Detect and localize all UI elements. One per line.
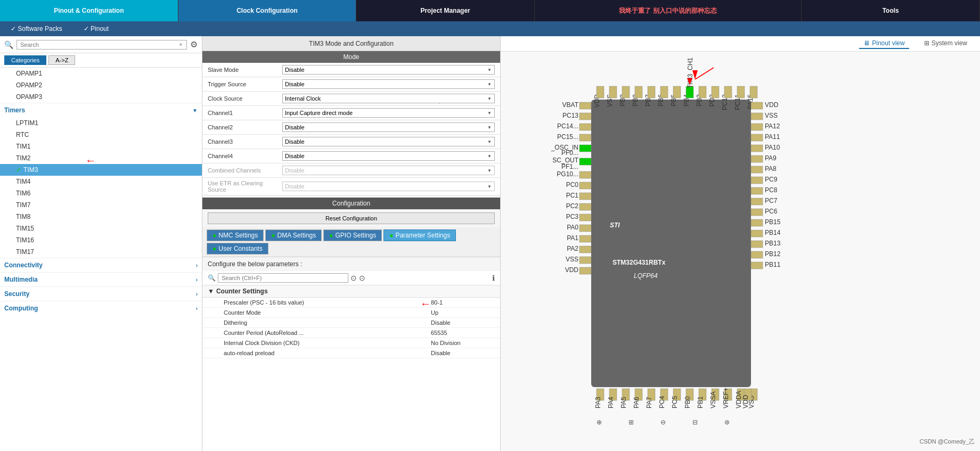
tim3-ch1-label: TIM3_CH1 <box>687 58 694 88</box>
svg-rect-9 <box>648 86 655 98</box>
sidebar-item-opamp3[interactable]: OPAMP3 <box>0 91 202 103</box>
svg-text:PF0...: PF0... <box>561 149 578 157</box>
search-box[interactable]: ▼ <box>17 40 187 50</box>
tab-a-to-z[interactable]: A->Z <box>48 55 75 65</box>
tab-chinese-text: 我终于重了 别入口中说的那种忘态 <box>535 0 802 21</box>
sidebar-item-tim7[interactable]: TIM7 <box>0 199 202 211</box>
svg-rect-3 <box>609 86 617 98</box>
sidebar-section-security[interactable]: Security › <box>0 286 202 301</box>
channel1-label: Channel1 <box>208 110 282 116</box>
tab-user-constants[interactable]: ● User Constants <box>207 243 268 255</box>
sidebar-tab-row: Categories A->Z <box>0 53 202 68</box>
sidebar-item-opamp1[interactable]: OPAMP1 <box>0 68 202 79</box>
svg-rect-39 <box>579 158 591 165</box>
channel2-select[interactable]: Disable <box>282 122 495 132</box>
trigger-source-select[interactable]: Disable <box>282 79 495 89</box>
sidebar-item-tim8[interactable]: TIM8 <box>0 211 202 223</box>
svg-text:PC6: PC6 <box>765 208 778 215</box>
right-panel-header: 🖥 Pinout view ⊞ System view <box>501 36 980 52</box>
sidebar-item-tim3[interactable]: ✓TIM3 <box>0 164 202 176</box>
sidebar-item-opamp2[interactable]: OPAMP2 <box>0 79 202 91</box>
sidebar-item-tim16[interactable]: TIM16 <box>0 234 202 246</box>
zoom-out-icon[interactable]: ⊖ <box>660 419 666 426</box>
pinout-view-btn[interactable]: 🖥 Pinout view <box>859 38 909 49</box>
tab-pinout-configuration[interactable]: Pinout & Configuration <box>0 0 178 21</box>
pinout-link[interactable]: ✓ Pinout <box>84 25 109 32</box>
trigger-source-row: Trigger Source Disable <box>202 77 500 92</box>
params-next-icon[interactable]: ⊙ <box>359 274 365 282</box>
sidebar-item-rtc[interactable]: RTC <box>0 129 202 141</box>
slave-mode-select-wrapper: Disable <box>282 65 495 75</box>
sidebar-section-connectivity[interactable]: Connectivity › <box>0 258 202 272</box>
sidebar-section-computing[interactable]: Computing › <box>0 301 202 315</box>
svg-text:VDD: VDD <box>565 266 579 274</box>
channel3-select[interactable]: Disable <box>282 137 495 146</box>
svg-rect-33 <box>579 134 591 141</box>
svg-rect-67 <box>751 134 763 141</box>
gear-icon[interactable]: ⚙ <box>190 39 198 50</box>
search-input[interactable] <box>20 42 178 48</box>
tab-dma-settings[interactable]: ● DMA Settings <box>265 229 322 241</box>
sidebar-section-timers[interactable]: Timers ▼ <box>0 103 202 117</box>
svg-text:VDD: VDD <box>765 101 779 109</box>
tab-categories[interactable]: Categories <box>4 55 46 65</box>
svg-rect-13 <box>673 86 681 98</box>
combined-channels-select-wrapper: Disable <box>282 166 495 175</box>
svg-rect-29 <box>579 113 591 120</box>
target-icon[interactable]: ⊛ <box>724 419 730 426</box>
channel2-row: Channel2 Disable <box>202 120 500 135</box>
sidebar-item-tim4[interactable]: TIM4 <box>0 176 202 187</box>
sidebar-item-tim17[interactable]: TIM17 <box>0 246 202 258</box>
config-tab-bar: ● NMC Settings ● DMA Settings ● GPIO Set… <box>202 227 500 257</box>
counter-settings-group[interactable]: ▼ Counter Settings <box>202 285 500 298</box>
slave-mode-label: Slave Mode <box>208 67 282 73</box>
software-packs-link[interactable]: ✓ Software Packs <box>11 25 62 32</box>
sidebar-item-tim2[interactable]: TIM2 <box>0 152 202 164</box>
channel1-select[interactable]: Input Capture direct mode <box>282 108 495 118</box>
sidebar-item-tim15[interactable]: TIM15 <box>0 223 202 234</box>
config-header: Configuration <box>202 198 500 209</box>
params-search-bar: 🔍 ⊙ ⊙ ℹ <box>202 271 500 285</box>
tab-clock-configuration[interactable]: Clock Configuration <box>178 0 357 21</box>
zoom-in-icon[interactable]: ⊕ <box>597 419 602 426</box>
expand-icon[interactable]: ⊞ <box>628 419 634 426</box>
tab-tools[interactable]: Tools <box>802 0 980 21</box>
move-icon[interactable]: ⊟ <box>692 419 698 426</box>
trigger-source-label: Trigger Source <box>208 81 282 87</box>
svg-rect-71 <box>751 155 763 162</box>
sidebar-item-lptim1[interactable]: LPTIM1 <box>0 117 202 129</box>
computing-arrow-icon: › <box>196 306 198 311</box>
params-search-input[interactable] <box>218 273 348 283</box>
use-etr-select[interactable]: Disable <box>282 182 495 191</box>
sidebar-section-multimedia[interactable]: Multimedia › <box>0 272 202 286</box>
svg-text:PC7: PC7 <box>765 197 778 204</box>
clock-source-row: Clock Source Internal Clock <box>202 92 500 106</box>
svg-rect-57 <box>579 257 591 264</box>
param-dithering: Dithering Disable <box>202 318 500 328</box>
tab-gpio-settings[interactable]: ● GPIO Settings <box>323 229 382 241</box>
svg-text:PB15: PB15 <box>765 218 781 226</box>
svg-text:PA3: PA3 <box>594 397 602 408</box>
main-layout: 🔍 ▼ ⚙ Categories A->Z OPAMP1 OPAMP2 OPAM… <box>0 36 980 451</box>
svg-text:PB11: PB11 <box>765 261 781 268</box>
svg-text:PC15...: PC15... <box>557 133 578 141</box>
system-view-btn[interactable]: ⊞ System view <box>920 38 971 49</box>
clock-source-select[interactable]: Internal Clock <box>282 94 495 103</box>
svg-rect-21 <box>724 86 732 98</box>
slave-mode-select[interactable]: Disable <box>282 65 495 75</box>
check-icon: ✓ <box>16 166 21 174</box>
svg-rect-79 <box>751 198 763 205</box>
reset-configuration-button[interactable]: Reset Configuration <box>208 212 495 224</box>
params-prev-icon[interactable]: ⊙ <box>350 274 357 282</box>
tab-nmc-settings[interactable]: ● NMC Settings <box>207 229 264 241</box>
sidebar-item-tim6[interactable]: TIM6 <box>0 187 202 199</box>
sidebar-item-tim1[interactable]: TIM1 <box>0 141 202 152</box>
combined-channels-select[interactable]: Disable <box>282 166 495 175</box>
params-info-icon[interactable]: ℹ <box>492 274 495 282</box>
tab-parameter-settings[interactable]: ● Parameter Settings <box>383 229 456 241</box>
tab-project-manager[interactable]: Project Manager <box>356 0 535 21</box>
top-header: Pinout & Configuration Clock Configurati… <box>0 0 980 21</box>
svg-rect-75 <box>751 177 763 184</box>
channel4-label: Channel4 <box>208 153 282 159</box>
channel4-select[interactable]: Disable <box>282 151 495 161</box>
